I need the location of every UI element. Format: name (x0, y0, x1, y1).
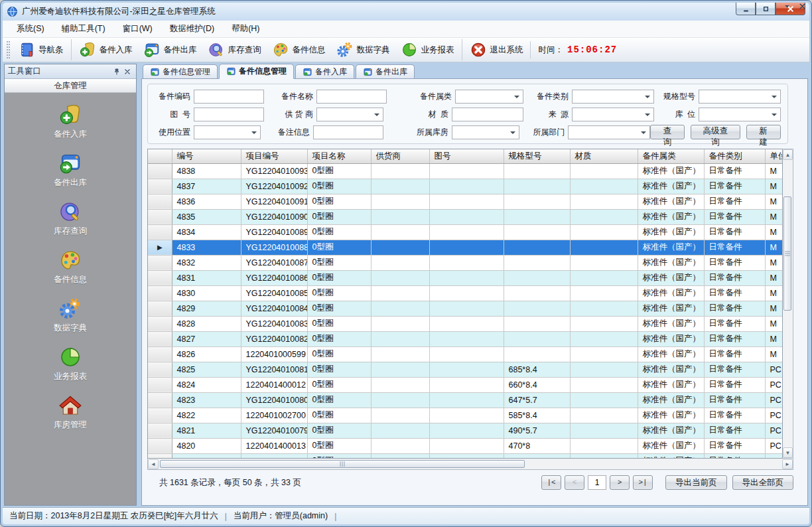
table-cell[interactable] (570, 301, 638, 316)
table-cell[interactable]: 0型圈 (307, 346, 371, 362)
table-cell[interactable]: YG12204010085 (241, 285, 307, 301)
table-cell[interactable]: 1220401000599 (241, 346, 307, 362)
table-cell[interactable]: 日常备件 (704, 331, 765, 346)
scroll-left-icon[interactable]: ◄ (148, 459, 159, 469)
table-cell[interactable]: 日常备件 (704, 194, 765, 209)
spec-select[interactable] (699, 90, 781, 104)
table-cell[interactable]: 4837 (172, 179, 241, 194)
table-cell[interactable]: 标准件（国产） (638, 453, 704, 459)
table-cell[interactable]: 日常备件 (704, 224, 765, 240)
part-type-select[interactable] (572, 90, 654, 104)
table-cell[interactable] (371, 316, 429, 331)
table-cell[interactable]: 标准件（国产） (638, 362, 704, 377)
table-cell[interactable]: 4828 (172, 316, 241, 331)
table-cell[interactable]: PC (765, 377, 783, 392)
table-cell[interactable] (429, 316, 504, 331)
table-cell[interactable]: M (765, 346, 783, 362)
table-cell[interactable] (570, 255, 638, 270)
table-cell[interactable]: 0型圈 (307, 240, 371, 255)
table-cell[interactable]: YG12204010087 (241, 255, 307, 270)
table-cell[interactable] (504, 240, 570, 255)
table-cell[interactable] (429, 224, 504, 240)
menu-item[interactable]: 辅助工具(T) (53, 21, 114, 37)
horizontal-scrollbar[interactable]: ◄ ► (147, 459, 793, 470)
horizontal-scroll-thumb[interactable] (160, 460, 525, 468)
table-cell[interactable]: 0型圈 (307, 423, 371, 438)
table-cell[interactable]: 0型圈 (307, 163, 371, 179)
table-cell[interactable] (429, 255, 504, 270)
table-cell[interactable] (371, 224, 429, 240)
table-cell[interactable]: YG12204010090 (241, 209, 307, 224)
page-number-input[interactable] (588, 475, 606, 490)
export-all-pages-button[interactable]: 导出全部页 (732, 475, 794, 490)
table-cell[interactable]: 0型圈 (307, 377, 371, 392)
table-cell[interactable]: 585*8.4 (504, 408, 570, 423)
table-cell[interactable] (570, 209, 638, 224)
vertical-scroll-thumb[interactable] (783, 196, 791, 311)
table-cell[interactable]: 标准件（国产） (638, 438, 704, 453)
table-cell[interactable] (570, 163, 638, 179)
table-cell[interactable] (429, 285, 504, 301)
table-cell[interactable]: YG12204010079 (241, 423, 307, 438)
location-select[interactable] (699, 108, 781, 121)
table-cell[interactable] (570, 346, 638, 362)
table-cell[interactable] (429, 438, 504, 453)
table-cell[interactable] (429, 377, 504, 392)
table-cell[interactable]: 日常备件 (704, 392, 765, 408)
advanced-query-button[interactable]: 高级查询 (691, 125, 740, 139)
row-selector-cell[interactable] (148, 285, 172, 301)
table-cell[interactable]: 标准件（国产） (638, 392, 704, 408)
table-cell[interactable]: YG12204010091 (241, 194, 307, 209)
row-selector-cell[interactable] (148, 163, 172, 179)
table-cell[interactable]: 4825 (172, 362, 241, 377)
tab[interactable]: 备件信息管理 (143, 64, 218, 78)
table-cell[interactable]: 0型圈 (307, 408, 371, 423)
table-cell[interactable]: M (765, 270, 783, 285)
table-cell[interactable]: 0型圈 (307, 453, 371, 459)
table-cell[interactable]: M (765, 194, 783, 209)
table-cell[interactable] (504, 224, 570, 240)
table-cell[interactable]: 标准件（国产） (638, 301, 704, 316)
table-cell[interactable]: 4832 (172, 255, 241, 270)
table-cell[interactable] (371, 209, 429, 224)
table-cell[interactable] (429, 331, 504, 346)
table-cell[interactable]: 1220401002700 (241, 408, 307, 423)
table-cell[interactable] (570, 362, 638, 377)
toolbar-report-pie-button[interactable]: 业务报表 (395, 39, 460, 60)
table-cell[interactable]: 470*8 (504, 438, 570, 453)
table-cell[interactable] (504, 316, 570, 331)
toolbar-parts-in-button[interactable]: 备件入库 (71, 39, 138, 60)
row-selector-cell[interactable] (148, 255, 172, 270)
scroll-right-icon[interactable]: ► (782, 459, 793, 469)
column-header[interactable]: 规格型号 (504, 149, 570, 163)
table-cell[interactable] (570, 392, 638, 408)
next-page-button[interactable]: > (610, 475, 630, 490)
row-selector-cell[interactable] (148, 392, 172, 408)
table-cell[interactable]: 4838 (172, 163, 241, 179)
table-cell[interactable] (570, 270, 638, 285)
table-cell[interactable]: 0型圈 (307, 255, 371, 270)
table-cell[interactable]: 0型圈 (307, 331, 371, 346)
table-cell[interactable]: 1220401400013 (241, 438, 307, 453)
table-cell[interactable]: M (765, 285, 783, 301)
table-cell[interactable]: 4833 (172, 240, 241, 255)
table-cell[interactable]: 日常备件 (704, 163, 765, 179)
table-cell[interactable] (429, 423, 504, 438)
scroll-down-icon[interactable]: ▼ (783, 447, 793, 458)
sidebar-item-report-pie[interactable]: 业务报表 (54, 345, 87, 382)
table-cell[interactable]: 标准件（国产） (638, 255, 704, 270)
toolbar-parts-info-button[interactable]: 备件信息 (267, 39, 331, 60)
table-cell[interactable]: 日常备件 (704, 408, 765, 423)
scroll-up-icon[interactable]: ▲ (783, 149, 793, 160)
table-cell[interactable]: PC (765, 362, 783, 377)
create-button[interactable]: 新建 (746, 125, 781, 139)
table-cell[interactable] (371, 163, 429, 179)
drawing-no-input[interactable] (194, 108, 264, 121)
minimize-button[interactable] (736, 3, 756, 15)
table-cell[interactable]: 4820 (172, 438, 241, 453)
table-cell[interactable]: 日常备件 (704, 255, 765, 270)
sidebar-section-warehouse[interactable]: 仓库管理 (5, 79, 136, 93)
row-selector-cell[interactable] (148, 408, 172, 423)
row-selector-cell[interactable] (148, 209, 172, 224)
query-button[interactable]: 查询 (650, 125, 685, 139)
